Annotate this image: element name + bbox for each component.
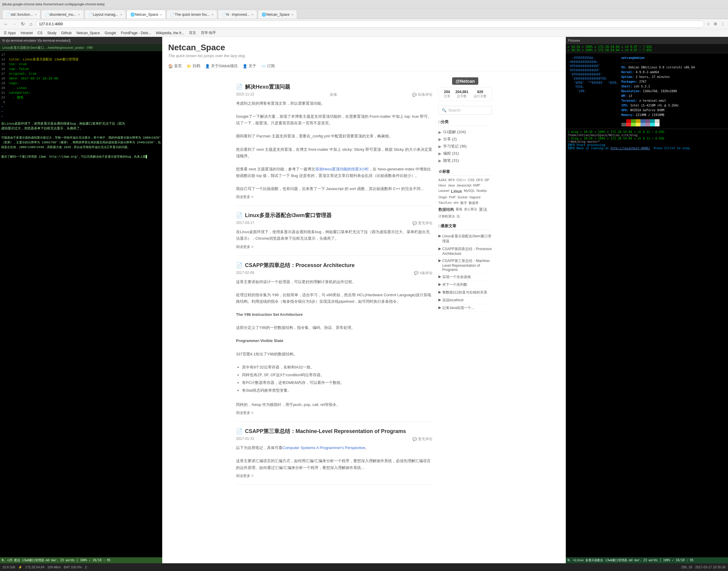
post-title-link[interactable]: Linux多显示器配合i3wm窗口管理器 bbox=[245, 212, 332, 219]
tag-tanxin[interactable]: 贪心算法 bbox=[464, 207, 477, 212]
toolbar-icons: ☆ ⚙ ⋮ bbox=[705, 21, 726, 27]
category-essay[interactable]: ▶ 随笔 (31) bbox=[438, 157, 492, 164]
recent-post-item[interactable]: ▶ 记来Java实现一个... bbox=[438, 304, 492, 312]
tab-close-icon[interactable]: × bbox=[78, 13, 80, 16]
recent-post-item[interactable]: ▶ 说说localhost bbox=[438, 297, 492, 304]
bookmark-apps[interactable]: ☰ Apps bbox=[2, 30, 17, 36]
browser-page[interactable]: Netcan_Space The quick brown fox jumps o… bbox=[162, 37, 566, 563]
tab-close-icon[interactable]: × bbox=[212, 13, 213, 16]
tag-dp[interactable]: DP bbox=[484, 178, 489, 182]
tab-netcan-space[interactable]: 🌐 Netcan_Space × bbox=[126, 10, 166, 19]
tab-netcan-space2[interactable]: 🌐 Netcan_Space × bbox=[258, 10, 297, 19]
bookmark-study[interactable]: Study bbox=[46, 30, 58, 36]
tag-kmp[interactable]: KMP bbox=[473, 184, 480, 187]
nav-gitdub[interactable]: 👤 关于Gitdub项目 bbox=[205, 63, 238, 69]
bookmark-intranet[interactable]: Intranet bbox=[19, 30, 34, 36]
bookmark-baiwen[interactable]: 百文 bbox=[188, 30, 197, 36]
category-notes[interactable]: ▶ 学习笔记 (36) bbox=[438, 143, 492, 150]
tag-shujujiegou[interactable]: 数据结构 bbox=[438, 207, 454, 212]
extensions-icon[interactable]: ⚙ bbox=[713, 21, 719, 27]
tab-disordered[interactable]: 📄 disordered_mu... × bbox=[41, 10, 84, 19]
home-button[interactable]: ⌂ bbox=[27, 20, 34, 28]
tag-bfs[interactable]: BFS bbox=[449, 178, 455, 182]
post-link[interactable]: 添加Hexo置顶功能的排星3小时 bbox=[315, 167, 369, 171]
nav-archive[interactable]: 📁 归档 bbox=[187, 63, 200, 69]
nav-home[interactable]: 🏠 首页 bbox=[168, 63, 182, 69]
tag-cpp[interactable]: C/C++ bbox=[457, 178, 466, 182]
tab-improved[interactable]: 📄 N - improved... × bbox=[218, 10, 257, 19]
tag-php[interactable]: PHP bbox=[449, 195, 456, 199]
category-programming[interactable]: ▶ 编程 (31) bbox=[438, 150, 492, 157]
recent-post-item[interactable]: ▶ 整数除以2的某与右移的关系 bbox=[438, 289, 492, 297]
bullet-icon: ▶ bbox=[438, 130, 441, 134]
post-readmore[interactable]: 阅读更多 > bbox=[236, 244, 253, 249]
tag-ajax[interactable]: AJAX bbox=[438, 178, 447, 182]
bookmark-label: Netcan_Space bbox=[77, 31, 100, 35]
reload-button[interactable]: ↻ bbox=[19, 20, 26, 28]
tab-close-icon[interactable]: × bbox=[120, 13, 122, 16]
tag-nodejs[interactable]: Nodejs bbox=[476, 189, 487, 194]
tab-close-icon[interactable]: × bbox=[252, 13, 253, 16]
tag-jisuan[interactable]: 计算机算法 bbox=[438, 214, 455, 219]
tag-vim[interactable]: vim bbox=[453, 201, 458, 205]
bookmark-github[interactable]: Github bbox=[60, 30, 73, 36]
bookmark-star-icon[interactable]: ☆ bbox=[705, 21, 711, 27]
recent-post-item[interactable]: ▶ CSAPP第四章总结：Processor Architecture bbox=[438, 245, 492, 257]
tab-label: disordered_mu... bbox=[50, 12, 76, 17]
tag-css[interactable]: CSS bbox=[468, 178, 475, 182]
post-readmore[interactable]: 阅读更多 > bbox=[236, 411, 253, 416]
bookmark-wikipedia[interactable]: Wikipedia, the fr... bbox=[155, 30, 185, 36]
tag-hexo[interactable]: Hexo bbox=[438, 184, 446, 187]
bookmark-netcan[interactable]: Netcan_Space bbox=[75, 30, 101, 36]
menu-icon[interactable]: ⋮ bbox=[720, 21, 726, 27]
tag-shu[interactable]: 数字 bbox=[460, 201, 467, 205]
tag-socket[interactable]: Socket bbox=[457, 195, 468, 199]
post-readmore[interactable]: 阅读更多 > bbox=[236, 195, 253, 200]
hexo-url-link[interactable]: http://localhost:4000/ bbox=[611, 147, 650, 150]
tab-close-icon[interactable]: × bbox=[291, 13, 293, 16]
post-title-link[interactable]: CSAPP第三章总结：Machine-Level Representation … bbox=[245, 428, 406, 435]
back-button[interactable]: ← bbox=[2, 20, 9, 28]
tag-javascript[interactable]: Javascript bbox=[457, 184, 471, 187]
search-input-box[interactable]: 🔍 Search bbox=[438, 106, 492, 114]
post-icon: 📄 bbox=[236, 428, 243, 435]
tag-dfs[interactable]: DFS bbox=[476, 178, 483, 182]
tag-laravel[interactable]: Laravel bbox=[438, 189, 449, 194]
recent-post-item[interactable]: ▶ CSAPP第三章总结：Machine-Level Representatio… bbox=[438, 257, 492, 273]
category-oj[interactable]: ▶ OJ题解 (104) bbox=[438, 128, 492, 136]
post-link[interactable]: Computer Systems A Programmer's Perspect… bbox=[282, 446, 365, 450]
tag-vagrant[interactable]: Vagrant bbox=[469, 195, 481, 199]
vim-content-area[interactable]: 17 14 title: Linux多显示器配合 i3wm窗口管理器 15 to… bbox=[0, 51, 162, 557]
tag-suanfa[interactable]: 算法 bbox=[479, 207, 487, 212]
recent-post-item[interactable]: ▶ Linux多显示器配合i3wm窗口管理器 bbox=[438, 233, 492, 245]
forward-button[interactable]: → bbox=[11, 20, 18, 28]
nav-about[interactable]: 👤 关于 bbox=[243, 63, 256, 69]
tag-fa[interactable]: 法 bbox=[457, 214, 460, 219]
bookmark-frontpage[interactable]: FrontPage - Debi... bbox=[120, 30, 152, 36]
tag-origin[interactable]: Origin bbox=[438, 195, 447, 199]
recent-post-item[interactable]: ▶ 求下一个排列数 bbox=[438, 281, 492, 289]
recent-post-item[interactable]: ▶ 实现一个生命游戏 bbox=[438, 273, 492, 281]
tab-std-function[interactable]: 📄 std::function... × bbox=[2, 10, 40, 19]
post-readmore[interactable]: 阅读更多 > bbox=[236, 473, 253, 478]
tag-linux[interactable]: Linux bbox=[451, 189, 462, 194]
tab-close-icon[interactable]: × bbox=[160, 13, 162, 16]
address-bar[interactable] bbox=[36, 20, 704, 28]
post-title-link[interactable]: 解决Hexo置顶问题 bbox=[245, 83, 290, 90]
right-terminal-output[interactable]: j blog ✔ 10:26 < 100% ✗ 172.20.54.84 ✈ c… bbox=[566, 129, 728, 151]
tag-shujuku[interactable]: 数据库 bbox=[469, 201, 479, 205]
bookmark-cs[interactable]: CS bbox=[36, 30, 44, 36]
tag-mysql[interactable]: MySQL bbox=[464, 189, 475, 194]
tag-zuizhi[interactable]: 最值 bbox=[456, 207, 462, 212]
category-share[interactable]: ▶ 分享 (2) bbox=[438, 136, 492, 143]
nav-subscribe[interactable]: 📨 订阅 bbox=[261, 63, 275, 69]
bookmark-zhihu[interactable]: 百学·知乎 bbox=[200, 30, 217, 36]
tab-layout[interactable]: 📄 Layout manag... × bbox=[85, 10, 126, 19]
tag-java[interactable]: Java bbox=[448, 184, 455, 187]
tab-quick-brown[interactable]: 📄 The quick brown fox... × bbox=[166, 10, 217, 19]
post-title-link[interactable]: CSAPP第四章总结：Processor Architecture bbox=[245, 262, 355, 269]
bookmark-google[interactable]: Google bbox=[104, 30, 117, 36]
tag-yacclex[interactable]: Yacc/Lex bbox=[438, 201, 452, 205]
tab-close-icon[interactable]: × bbox=[35, 13, 36, 16]
post-title: 📄 CSAPP第三章总结：Machine-Level Representatio… bbox=[236, 428, 433, 435]
